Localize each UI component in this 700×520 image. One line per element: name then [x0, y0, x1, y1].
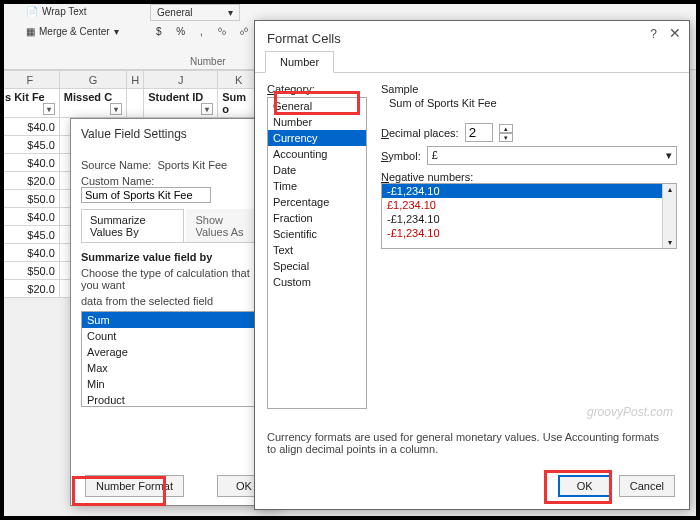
currency-icon[interactable]: $ [150, 24, 168, 39]
list-item[interactable]: Currency [268, 130, 366, 146]
function-listbox[interactable]: ▴▾ Sum Count Average Max Min Product [81, 311, 269, 407]
list-item[interactable]: Average [82, 344, 268, 360]
ok-button[interactable]: OK [558, 475, 612, 497]
list-item[interactable]: Scientific [268, 226, 366, 242]
list-item[interactable]: Time [268, 178, 366, 194]
wrap-text-button[interactable]: 📄 Wrap Text [20, 4, 93, 19]
list-item[interactable]: Product [82, 392, 268, 407]
list-item[interactable]: Max [82, 360, 268, 376]
chevron-down-icon[interactable]: ▾ [43, 103, 55, 115]
dialog-title: Format Cells [255, 21, 689, 50]
summarize-desc2: data from the selected field [81, 295, 269, 307]
format-explain-text: Currency formats are used for general mo… [255, 427, 675, 459]
category-label: Category: [267, 83, 367, 95]
list-item[interactable]: Date [268, 162, 366, 178]
chevron-down-icon[interactable]: ▾ [201, 103, 213, 115]
cell[interactable]: $20.0 [1, 172, 60, 190]
chevron-down-icon[interactable]: ▾ [110, 103, 122, 115]
source-name-label: Source Name: [81, 159, 151, 171]
help-icon[interactable]: ? [650, 27, 657, 41]
summarize-desc1: Choose the type of calculation that you … [81, 267, 269, 291]
decimal-places-input[interactable] [465, 123, 493, 142]
sample-value: Sum of Sports Kit Fee [381, 95, 677, 113]
summarize-heading: Summarize value field by [81, 251, 212, 263]
pivot-field-studentid[interactable]: Student ID▾ [144, 89, 218, 118]
percent-icon[interactable]: % [170, 24, 191, 39]
list-item[interactable]: Text [268, 242, 366, 258]
wrap-text-label: Wrap Text [42, 6, 87, 17]
custom-name-label: Custom Name: [81, 175, 154, 187]
list-item[interactable]: -£1,234.10 [382, 184, 676, 198]
sample-label: Sample [381, 83, 677, 95]
dialog-title: Value Field Settings [71, 119, 279, 149]
symbol-select[interactable]: £▾ [427, 146, 677, 165]
category-listbox[interactable]: General Number Currency Accounting Date … [267, 97, 367, 409]
cell[interactable]: $20.0 [1, 280, 60, 298]
scroll-down-icon[interactable]: ▾ [668, 238, 672, 247]
number-format-button[interactable]: Number Format [85, 475, 184, 497]
decrease-decimal-icon[interactable]: ₀⁰ [234, 24, 254, 39]
pivot-field-missed[interactable]: Missed C▾ [59, 89, 126, 118]
cell[interactable]: $40.0 [1, 154, 60, 172]
list-item[interactable]: Number [268, 114, 366, 130]
pivot-field-kitfee[interactable]: s Kit Fe▾ [1, 89, 60, 118]
col-header-f[interactable]: F [1, 71, 60, 89]
scroll-up-icon[interactable]: ▴ [668, 185, 672, 194]
list-item[interactable]: Custom [268, 274, 366, 290]
custom-name-input[interactable] [81, 187, 211, 203]
cell[interactable]: $40.0 [1, 208, 60, 226]
spinner-down-icon[interactable]: ▾ [499, 133, 513, 142]
cell[interactable]: $45.0 [1, 136, 60, 154]
list-item[interactable]: Accounting [268, 146, 366, 162]
cancel-button[interactable]: Cancel [619, 475, 675, 497]
negative-numbers-label: Negative numbers: [381, 171, 677, 183]
number-group-label: Number [190, 56, 226, 67]
merge-center-button[interactable]: ▦ Merge & Center ▾ [20, 24, 125, 39]
list-item[interactable]: Min [82, 376, 268, 392]
close-icon[interactable]: ✕ [669, 25, 681, 41]
list-item[interactable]: Fraction [268, 210, 366, 226]
list-item[interactable]: Sum [82, 312, 268, 328]
list-item[interactable]: Percentage [268, 194, 366, 210]
col-header-h[interactable]: H [127, 71, 144, 89]
tab-summarize-values-by[interactable]: Summarize Values By [81, 209, 184, 242]
value-field-settings-dialog: Value Field Settings Source Name: Sports… [70, 118, 280, 506]
col-header-g[interactable]: G [59, 71, 126, 89]
increase-decimal-icon[interactable]: ⁰₀ [212, 24, 232, 39]
cell[interactable]: $45.0 [1, 226, 60, 244]
chevron-down-icon: ▾ [666, 149, 672, 162]
list-item[interactable]: General [268, 98, 366, 114]
number-format-dropdown[interactable]: General▾ [150, 4, 240, 21]
decimal-places-label: Decimal places: [381, 127, 459, 139]
cell[interactable]: $50.0 [1, 262, 60, 280]
col-header-j[interactable]: J [144, 71, 218, 89]
symbol-label: Symbol: [381, 150, 421, 162]
comma-icon[interactable]: , [194, 24, 209, 39]
list-item[interactable]: £1,234.10 [382, 198, 676, 212]
negative-numbers-listbox[interactable]: ▴▾ -£1,234.10 £1,234.10 -£1,234.10 -£1,2… [381, 183, 677, 249]
cell[interactable]: $50.0 [1, 190, 60, 208]
list-item[interactable]: Count [82, 328, 268, 344]
list-item[interactable]: Special [268, 258, 366, 274]
watermark: groovyPost.com [587, 405, 673, 419]
source-name-value: Sports Kit Fee [157, 159, 227, 171]
cell[interactable]: $40.0 [1, 244, 60, 262]
list-item[interactable]: -£1,234.10 [382, 212, 676, 226]
cell[interactable]: $40.0 [1, 118, 60, 136]
merge-center-label: Merge & Center [39, 26, 110, 37]
tab-number[interactable]: Number [265, 51, 334, 73]
list-item[interactable]: -£1,234.10 [382, 226, 676, 240]
spinner-up-icon[interactable]: ▴ [499, 124, 513, 133]
format-cells-dialog: Format Cells ? ✕ Number Category: Genera… [254, 20, 690, 510]
